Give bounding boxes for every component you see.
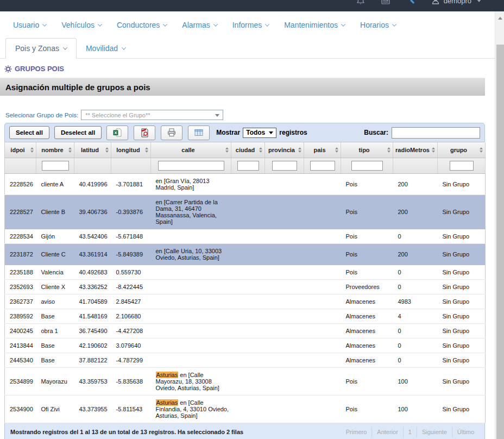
pager-primero[interactable]: Primero [341, 427, 372, 437]
user-icon [431, 0, 440, 5]
scrollbar-thumb[interactable] [496, 45, 504, 439]
bell-icon[interactable] [356, 0, 366, 5]
column-header-latitud[interactable]: latitud [74, 142, 111, 158]
column-header-grupo[interactable]: grupo [438, 142, 486, 158]
user-menu[interactable]: demopro [431, 0, 481, 5]
pager--ltimo[interactable]: Último [452, 427, 479, 437]
select-all-button[interactable]: Select all [9, 126, 49, 139]
filter-input-grupo[interactable] [450, 161, 474, 171]
cell-ciudad [231, 294, 265, 309]
nav-item-label: Usuario [13, 21, 39, 29]
sort-icon [335, 147, 338, 153]
filter-input-calle[interactable] [158, 161, 224, 171]
tab-pois-y-zonas[interactable]: Pois y Zonas [5, 38, 77, 59]
filter-input-nombre[interactable] [42, 161, 69, 171]
print-icon [167, 128, 177, 137]
group-select[interactable]: ** Seleccione el Grupo** [81, 110, 223, 120]
cell-latitud: 43.542406 [74, 229, 111, 244]
cell-tipo: Almacenes [341, 338, 393, 353]
table-row[interactable]: 2534900Ofi Zivi43.373955-5.811543Asturia… [5, 396, 486, 423]
group-selector-row: Selecionar Grupo de Pois: ** Seleccione … [5, 110, 495, 120]
table-row[interactable]: 2534899Mayorazu43.359753-5.835638Asturia… [5, 368, 486, 396]
nav-item-alarmas[interactable]: Alarmas [182, 21, 217, 29]
pdf-export-button[interactable] [134, 126, 155, 140]
cell-calle: Asturias en [Calle Mayorazu, 18, 33008 O… [151, 368, 231, 396]
table-row[interactable]: 2228527Cliente B39.406736-0.393876en [Ca… [5, 195, 486, 229]
datatable: Select all Deselect all X Mostrar [4, 123, 485, 439]
column-header-calle[interactable]: calle [151, 142, 231, 158]
vertical-scrollbar[interactable] [495, 11, 504, 439]
news-icon[interactable] [381, 0, 390, 5]
chevron-down-icon [213, 22, 217, 26]
sort-icon [225, 147, 229, 153]
cell-calle [151, 280, 231, 294]
column-label: pais [313, 147, 325, 153]
excel-export-button[interactable]: X [106, 126, 128, 140]
column-header-idpoi[interactable]: idpoi [5, 142, 36, 158]
column-label: provincia [268, 147, 295, 153]
cell-longitud: 2.845427 [111, 294, 151, 309]
table-row[interactable]: 2228534Gijón43.542406-5.671848Pois0Sin G… [5, 229, 486, 244]
print-button[interactable] [161, 126, 182, 140]
cell-provincia [265, 265, 304, 280]
column-header-longitud[interactable]: longitud [111, 142, 151, 158]
tools-icon[interactable] [406, 0, 415, 5]
cell-radioMetros: 4 [393, 309, 438, 324]
cell-ciudad [231, 396, 265, 423]
table-row[interactable]: 2231872Cliente C43.361914-5.849389en [Ca… [5, 244, 486, 265]
table-row[interactable]: 2352693Cliente X43.336252-8.422445Provee… [5, 280, 486, 294]
filter-input-ciudad[interactable] [237, 161, 259, 171]
column-header-nombre[interactable]: nombre [36, 142, 74, 158]
table-row[interactable]: 2228526cliente A40.419996-3.701881en [Gr… [5, 174, 486, 195]
scroll-up-button[interactable] [495, 14, 504, 22]
column-header-radioMetros[interactable]: radioMetros [393, 142, 438, 158]
cell-grupo: Sin Grupo [438, 174, 486, 195]
pager-siguiente[interactable]: Siguiente [417, 427, 452, 437]
page-length-select[interactable]: Todos [243, 128, 276, 138]
nav-item-veh-culos[interactable]: Vehículos [61, 21, 102, 29]
cell-longitud: -0.393876 [111, 195, 151, 229]
cell-radioMetros: 0 [393, 324, 438, 338]
select-arrow-icon [215, 114, 219, 117]
table-row[interactable]: 2400245obra 136.745490-4.427208Almacenes… [5, 324, 486, 338]
columns-button[interactable] [188, 126, 210, 140]
pdf-export-icon [140, 128, 149, 137]
nav-item-mantenimientos[interactable]: Mantenimientos [284, 21, 345, 29]
cell-radioMetros: 0 [393, 265, 438, 280]
cell-ciudad [231, 195, 265, 229]
pager-1[interactable]: 1 [403, 427, 417, 437]
table-row[interactable]: 2389592Base41.5481692.106680Almacenes4Si… [5, 309, 486, 324]
nav-item-usuario[interactable]: Usuario [13, 21, 46, 29]
table-row[interactable]: 2362737aviso41.7045892.845427Almacenes49… [5, 294, 486, 309]
column-header-provincia[interactable]: provincia [265, 142, 304, 158]
column-header-pais[interactable]: pais [304, 142, 341, 158]
filter-input-pais[interactable] [310, 161, 335, 171]
chevron-down-icon [477, 0, 481, 2]
chevron-down-icon [392, 22, 396, 26]
filter-input-provincia[interactable] [272, 161, 297, 171]
cell-latitud: 40.492683 [74, 265, 111, 280]
sort-icon [105, 147, 109, 153]
pager-anterior[interactable]: Anterior [371, 427, 403, 437]
search-input[interactable] [392, 127, 480, 139]
cell-calle [151, 324, 231, 338]
table-row[interactable]: 2235188Valencia40.4926830.559730Pois0Sin… [5, 265, 486, 280]
nav-item-horarios[interactable]: Horarios [360, 21, 396, 29]
cell-pais [304, 265, 341, 280]
user-label: demopro [444, 0, 471, 5]
cell-tipo: Pois [341, 396, 393, 423]
section-title: GRUPOS POIS [15, 65, 64, 73]
table-row[interactable]: 2445340Base37.882122-4.787299Almacenes0S… [5, 353, 486, 368]
column-header-ciudad[interactable]: ciudad [231, 142, 265, 158]
nav-item-conductores[interactable]: Conductores [117, 21, 167, 29]
cell-ciudad [231, 338, 265, 353]
table-row[interactable]: 2413844Base42.1906023.079640Almacenes0Si… [5, 338, 486, 353]
filter-input-tipo[interactable] [351, 161, 383, 171]
cell-nombre: Base [36, 353, 74, 368]
tab-movilidad[interactable]: Movilidad [77, 38, 135, 58]
search-control: Buscar: [364, 127, 480, 139]
column-header-tipo[interactable]: tipo [341, 142, 393, 158]
deselect-all-button[interactable]: Deselect all [54, 126, 102, 139]
cell-pais [304, 324, 341, 338]
nav-item-informes[interactable]: Informes [232, 21, 269, 29]
